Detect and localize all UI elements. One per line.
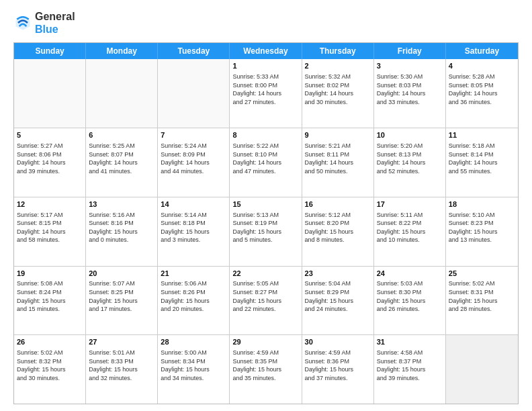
- day-info: Sunrise: 5:22 AM Sunset: 8:10 PM Dayligh…: [232, 142, 298, 175]
- day-info: Sunrise: 4:59 AM Sunset: 8:35 PM Dayligh…: [232, 349, 298, 382]
- day-number: 22: [232, 269, 298, 279]
- day-info: Sunrise: 4:58 AM Sunset: 8:37 PM Dayligh…: [377, 349, 443, 382]
- calendar-cell: 28Sunrise: 5:00 AM Sunset: 8:34 PM Dayli…: [158, 335, 230, 404]
- day-info: Sunrise: 5:33 AM Sunset: 8:00 PM Dayligh…: [232, 73, 298, 106]
- calendar-cell: 11Sunrise: 5:18 AM Sunset: 8:14 PM Dayli…: [446, 128, 518, 197]
- day-number: 3: [377, 61, 443, 71]
- calendar-cell: 27Sunrise: 5:01 AM Sunset: 8:33 PM Dayli…: [86, 335, 158, 404]
- calendar-cell: 16Sunrise: 5:12 AM Sunset: 8:20 PM Dayli…: [302, 197, 374, 266]
- day-info: Sunrise: 5:27 AM Sunset: 8:06 PM Dayligh…: [17, 142, 83, 175]
- week-row-1: 1Sunrise: 5:33 AM Sunset: 8:00 PM Daylig…: [14, 59, 518, 128]
- day-number: 12: [17, 199, 83, 210]
- logo: General Blue: [13, 10, 75, 36]
- day-info: Sunrise: 5:14 AM Sunset: 8:18 PM Dayligh…: [161, 211, 226, 244]
- calendar-cell: 17Sunrise: 5:11 AM Sunset: 8:22 PM Dayli…: [374, 197, 446, 266]
- day-info: Sunrise: 5:13 AM Sunset: 8:19 PM Dayligh…: [232, 211, 298, 244]
- day-number: 2: [305, 61, 371, 71]
- calendar-cell: 9Sunrise: 5:21 AM Sunset: 8:11 PM Daylig…: [302, 128, 374, 197]
- day-info: Sunrise: 5:05 AM Sunset: 8:27 PM Dayligh…: [232, 279, 298, 313]
- day-number: 1: [232, 61, 298, 71]
- day-number: 7: [161, 130, 226, 140]
- calendar-cell: 21Sunrise: 5:06 AM Sunset: 8:26 PM Dayli…: [158, 267, 230, 335]
- day-info: Sunrise: 5:10 AM Sunset: 8:23 PM Dayligh…: [449, 211, 515, 244]
- day-number: 5: [17, 130, 83, 140]
- day-number: 15: [232, 199, 298, 210]
- calendar-cell: 13Sunrise: 5:16 AM Sunset: 8:16 PM Dayli…: [86, 197, 158, 266]
- day-number: 8: [232, 130, 298, 140]
- calendar-cell: 1Sunrise: 5:33 AM Sunset: 8:00 PM Daylig…: [230, 59, 302, 128]
- calendar-cell: 14Sunrise: 5:14 AM Sunset: 8:18 PM Dayli…: [158, 197, 230, 266]
- calendar-cell: 2Sunrise: 5:32 AM Sunset: 8:02 PM Daylig…: [302, 59, 374, 128]
- day-info: Sunrise: 5:03 AM Sunset: 8:30 PM Dayligh…: [377, 279, 443, 313]
- day-info: Sunrise: 5:16 AM Sunset: 8:16 PM Dayligh…: [89, 211, 154, 244]
- day-number: 13: [89, 199, 154, 210]
- day-info: Sunrise: 5:25 AM Sunset: 8:07 PM Dayligh…: [89, 142, 154, 175]
- day-number: 29: [232, 337, 298, 347]
- day-info: Sunrise: 5:08 AM Sunset: 8:24 PM Dayligh…: [17, 279, 83, 313]
- day-number: 17: [377, 199, 443, 210]
- day-info: Sunrise: 5:28 AM Sunset: 8:05 PM Dayligh…: [449, 73, 515, 106]
- header-day-saturday: Saturday: [446, 43, 518, 59]
- day-number: 4: [449, 61, 515, 71]
- day-info: Sunrise: 5:18 AM Sunset: 8:14 PM Dayligh…: [449, 142, 515, 175]
- header-day-wednesday: Wednesday: [230, 43, 302, 59]
- day-info: Sunrise: 5:12 AM Sunset: 8:20 PM Dayligh…: [305, 211, 371, 244]
- header-day-tuesday: Tuesday: [158, 43, 230, 59]
- header-day-friday: Friday: [374, 43, 446, 59]
- calendar-cell: 23Sunrise: 5:04 AM Sunset: 8:29 PM Dayli…: [302, 267, 374, 335]
- calendar-cell: [158, 59, 230, 128]
- day-info: Sunrise: 5:01 AM Sunset: 8:33 PM Dayligh…: [89, 349, 154, 382]
- week-row-3: 12Sunrise: 5:17 AM Sunset: 8:15 PM Dayli…: [14, 197, 518, 267]
- day-number: 19: [17, 269, 83, 279]
- header-day-sunday: Sunday: [14, 43, 86, 59]
- logo-text: General Blue: [35, 10, 75, 36]
- week-row-2: 5Sunrise: 5:27 AM Sunset: 8:06 PM Daylig…: [14, 128, 518, 197]
- day-info: Sunrise: 5:04 AM Sunset: 8:29 PM Dayligh…: [305, 279, 371, 313]
- header: General Blue: [13, 10, 519, 36]
- day-number: 27: [89, 337, 154, 347]
- day-info: Sunrise: 4:59 AM Sunset: 8:36 PM Dayligh…: [305, 349, 371, 382]
- calendar-cell: 10Sunrise: 5:20 AM Sunset: 8:13 PM Dayli…: [374, 128, 446, 197]
- week-row-4: 19Sunrise: 5:08 AM Sunset: 8:24 PM Dayli…: [14, 267, 518, 336]
- day-info: Sunrise: 5:00 AM Sunset: 8:34 PM Dayligh…: [161, 349, 226, 382]
- week-row-5: 26Sunrise: 5:02 AM Sunset: 8:32 PM Dayli…: [14, 335, 518, 404]
- day-number: 11: [449, 130, 515, 140]
- calendar-cell: [86, 59, 158, 128]
- logo-icon: [13, 13, 32, 32]
- day-number: 24: [377, 269, 443, 279]
- calendar-cell: 8Sunrise: 5:22 AM Sunset: 8:10 PM Daylig…: [230, 128, 302, 197]
- calendar-cell: 22Sunrise: 5:05 AM Sunset: 8:27 PM Dayli…: [230, 267, 302, 335]
- calendar-cell: 19Sunrise: 5:08 AM Sunset: 8:24 PM Dayli…: [14, 267, 86, 335]
- calendar-cell: 30Sunrise: 4:59 AM Sunset: 8:36 PM Dayli…: [302, 335, 374, 404]
- calendar-cell: [446, 335, 518, 404]
- day-number: 31: [377, 337, 443, 347]
- day-info: Sunrise: 5:17 AM Sunset: 8:15 PM Dayligh…: [17, 211, 83, 244]
- calendar-cell: 15Sunrise: 5:13 AM Sunset: 8:19 PM Dayli…: [230, 197, 302, 266]
- page: General Blue SundayMondayTuesdayWednesda…: [0, 0, 532, 411]
- day-info: Sunrise: 5:06 AM Sunset: 8:26 PM Dayligh…: [161, 279, 226, 313]
- day-number: 18: [449, 199, 515, 210]
- calendar-cell: 5Sunrise: 5:27 AM Sunset: 8:06 PM Daylig…: [14, 128, 86, 197]
- day-number: 14: [161, 199, 226, 210]
- calendar-body: 1Sunrise: 5:33 AM Sunset: 8:00 PM Daylig…: [14, 59, 518, 404]
- day-number: 25: [449, 269, 515, 279]
- calendar-cell: 20Sunrise: 5:07 AM Sunset: 8:25 PM Dayli…: [86, 267, 158, 335]
- day-info: Sunrise: 5:21 AM Sunset: 8:11 PM Dayligh…: [305, 142, 371, 175]
- day-number: 26: [17, 337, 83, 347]
- day-number: 30: [305, 337, 371, 347]
- calendar-cell: 25Sunrise: 5:02 AM Sunset: 8:31 PM Dayli…: [446, 267, 518, 335]
- calendar-cell: 31Sunrise: 4:58 AM Sunset: 8:37 PM Dayli…: [374, 335, 446, 404]
- day-info: Sunrise: 5:02 AM Sunset: 8:32 PM Dayligh…: [17, 349, 83, 382]
- calendar-cell: 29Sunrise: 4:59 AM Sunset: 8:35 PM Dayli…: [230, 335, 302, 404]
- day-info: Sunrise: 5:02 AM Sunset: 8:31 PM Dayligh…: [449, 279, 515, 313]
- calendar-cell: 24Sunrise: 5:03 AM Sunset: 8:30 PM Dayli…: [374, 267, 446, 335]
- day-number: 16: [305, 199, 371, 210]
- day-number: 9: [305, 130, 371, 140]
- header-day-monday: Monday: [86, 43, 158, 59]
- day-number: 10: [377, 130, 443, 140]
- calendar-cell: 7Sunrise: 5:24 AM Sunset: 8:09 PM Daylig…: [158, 128, 230, 197]
- calendar-cell: 4Sunrise: 5:28 AM Sunset: 8:05 PM Daylig…: [446, 59, 518, 128]
- day-info: Sunrise: 5:24 AM Sunset: 8:09 PM Dayligh…: [161, 142, 226, 175]
- day-info: Sunrise: 5:20 AM Sunset: 8:13 PM Dayligh…: [377, 142, 443, 175]
- calendar-cell: 12Sunrise: 5:17 AM Sunset: 8:15 PM Dayli…: [14, 197, 86, 266]
